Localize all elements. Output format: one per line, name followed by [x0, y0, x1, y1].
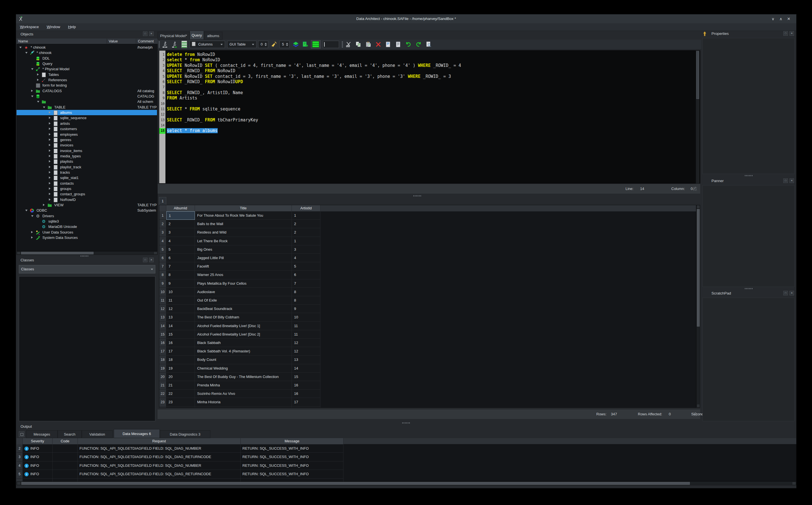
grid-cell[interactable]: 8: [292, 288, 320, 296]
grid-cell[interactable]: 24: [166, 407, 195, 408]
filter-input[interactable]: [323, 41, 339, 48]
grid-cell[interactable]: The Best Of Billy Cobham: [195, 313, 292, 322]
severity-cell[interactable]: iINFO: [23, 453, 52, 461]
output-row[interactable]: 5iINFOFUNCTION: SQL_API_SQLGETDIAGFIELD …: [17, 470, 796, 478]
request-cell[interactable]: FUNCTION: SQL_API_SQLGETDIAGFIELD FIELD:…: [78, 470, 241, 478]
editor-vscrollbar[interactable]: [696, 50, 700, 183]
row-number[interactable]: 13: [159, 313, 166, 322]
output-col-message[interactable]: Message: [241, 438, 343, 444]
grid-cell[interactable]: 12: [166, 305, 195, 313]
grid-cell[interactable]: 19: [166, 364, 195, 373]
delete-button[interactable]: [374, 41, 382, 48]
tree-item-customers[interactable]: customers: [17, 126, 157, 132]
row-number[interactable]: 6: [17, 479, 23, 481]
output-row[interactable]: 2iINFOFUNCTION: SQL_API_SQLGETDIAGFIELD …: [17, 444, 796, 453]
severity-cell[interactable]: iINFO: [23, 470, 52, 478]
spinbox-b[interactable]: 5: [279, 41, 290, 48]
grid-cell[interactable]: 8: [292, 296, 320, 305]
grid-cell[interactable]: 16: [292, 381, 320, 389]
expander-icon[interactable]: [49, 171, 50, 173]
severity-cell[interactable]: iINFO: [23, 444, 52, 453]
grid-cell[interactable]: Facelift: [195, 262, 292, 271]
grid-cell[interactable]: Jagged Little Pill: [195, 254, 292, 262]
grid-cell[interactable]: 17: [166, 347, 195, 355]
request-cell[interactable]: FUNCTION: SQL_API_SQLGETDIAGFIELD FIELD:…: [78, 444, 241, 453]
output-tab-search[interactable]: Search: [58, 430, 82, 438]
severity-cell[interactable]: iINFO: [23, 462, 52, 470]
code-cell[interactable]: [52, 453, 78, 461]
message-cell[interactable]: [241, 479, 343, 481]
grid-cell[interactable]: 6: [166, 254, 195, 262]
output-row[interactable]: 3iINFOFUNCTION: SQL_API_SQLGETDIAGFIELD …: [17, 453, 796, 461]
severity-cell[interactable]: [23, 479, 52, 481]
editor-line-6[interactable]: 6SELECT _ROWID_ FROM NoRowIDUPD: [159, 79, 700, 85]
spinbox-a[interactable]: 0: [258, 41, 268, 48]
expander-icon[interactable]: [31, 215, 33, 217]
doc-tab-physical-model-[interactable]: Physical Model*: [158, 32, 190, 40]
editor-line-7[interactable]: 7: [159, 85, 700, 90]
expander-icon[interactable]: [49, 198, 50, 201]
code-cell[interactable]: [52, 462, 78, 470]
row-number[interactable]: 4: [159, 237, 166, 245]
tree-item-ddl[interactable]: SQLDDL: [17, 56, 157, 61]
message-cell[interactable]: RETURN: SQL_SUCCESS_WITH_INFO: [241, 462, 343, 470]
grid-cell[interactable]: 7: [166, 262, 195, 271]
grid-cell[interactable]: Balls to the Wall: [195, 220, 292, 228]
row-number[interactable]: 8: [159, 271, 166, 279]
undo-button[interactable]: [404, 41, 413, 48]
splitter-dots[interactable]: [414, 195, 422, 196]
scroll-thumb[interactable]: [21, 252, 93, 254]
scroll-down-icon[interactable]: [697, 404, 700, 407]
doc-tab-albums[interactable]: albums: [204, 32, 223, 40]
redo-button[interactable]: [414, 41, 423, 48]
table-row[interactable]: 55Big Ones3: [159, 245, 696, 254]
expander-icon[interactable]: [25, 52, 27, 54]
expander-icon[interactable]: [37, 101, 39, 103]
expander-icon[interactable]: [37, 73, 39, 75]
close-icon[interactable]: ✕: [785, 14, 792, 23]
run-all-button[interactable]: [161, 41, 169, 48]
grid-cell[interactable]: 3: [166, 228, 195, 236]
tree-item-node[interactable]: CATALOG: [17, 94, 157, 99]
dock-pin-icon[interactable]: [703, 31, 707, 37]
columns-combo[interactable]: Columns: [190, 41, 225, 48]
tree-item-media-types[interactable]: media_types: [17, 153, 157, 159]
table-row[interactable]: 33Restless and Wild2: [159, 228, 696, 236]
expander-icon[interactable]: [49, 139, 50, 141]
code-cell[interactable]: [52, 479, 78, 481]
editor-line-5[interactable]: 5UPDATE NoRowID SET contact_id = 3, firs…: [159, 74, 700, 79]
output-hscrollbar[interactable]: [17, 481, 796, 485]
editor-line-14[interactable]: 14: [159, 123, 700, 128]
expander-icon[interactable]: [49, 111, 50, 114]
grid-cell[interactable]: 1: [292, 211, 320, 220]
tree-item-tables[interactable]: Tables: [17, 72, 157, 77]
grid-cell[interactable]: BackBeat Soundtrack: [195, 305, 292, 313]
expander-icon[interactable]: [49, 176, 50, 179]
tree-item--chinook[interactable]: ★* chinook/home/ph: [17, 45, 157, 50]
copy-button[interactable]: [354, 41, 362, 48]
table-row[interactable]: 66Jagged Little Pill4: [159, 254, 696, 262]
grid-cell[interactable]: Restless and Wild: [195, 228, 292, 236]
tree-item-invoice-items[interactable]: invoice_items: [17, 148, 157, 153]
menu-window[interactable]: Window: [43, 23, 64, 31]
grid-cell[interactable]: 13: [166, 313, 195, 322]
output-col-severity[interactable]: Severity: [23, 438, 52, 444]
table-row[interactable]: 1111Out Of Exile8: [159, 296, 696, 305]
expander-icon[interactable]: [31, 236, 33, 238]
grid-cell[interactable]: Black Sabbath: [195, 339, 292, 347]
expander-icon[interactable]: [49, 160, 50, 162]
expander-icon[interactable]: [31, 90, 33, 92]
grid-cell[interactable]: 16: [166, 339, 195, 347]
tree-item-sqlite-stat1[interactable]: sqlite_stat1: [17, 175, 157, 180]
table-row[interactable]: 1616Black Sabbath12: [159, 339, 696, 347]
tree-item-query[interactable]: SQLQuery: [17, 61, 157, 66]
expander-icon[interactable]: [43, 204, 45, 206]
tree-item-tracks[interactable]: tracks: [17, 170, 157, 175]
grid-cell[interactable]: Prenda Minha: [195, 381, 292, 389]
output-row[interactable]: 4iINFOFUNCTION: SQL_API_SQLGETDIAGFIELD …: [17, 462, 796, 470]
run-selected-button[interactable]: [171, 41, 178, 48]
resize-grip[interactable]: [693, 412, 697, 416]
objects-col-name[interactable]: Name: [17, 38, 107, 44]
properties-float-icon[interactable]: □: [783, 31, 788, 36]
editor-line-8[interactable]: 8SELECT _ROWID_, ArtistID, Name: [159, 90, 700, 96]
